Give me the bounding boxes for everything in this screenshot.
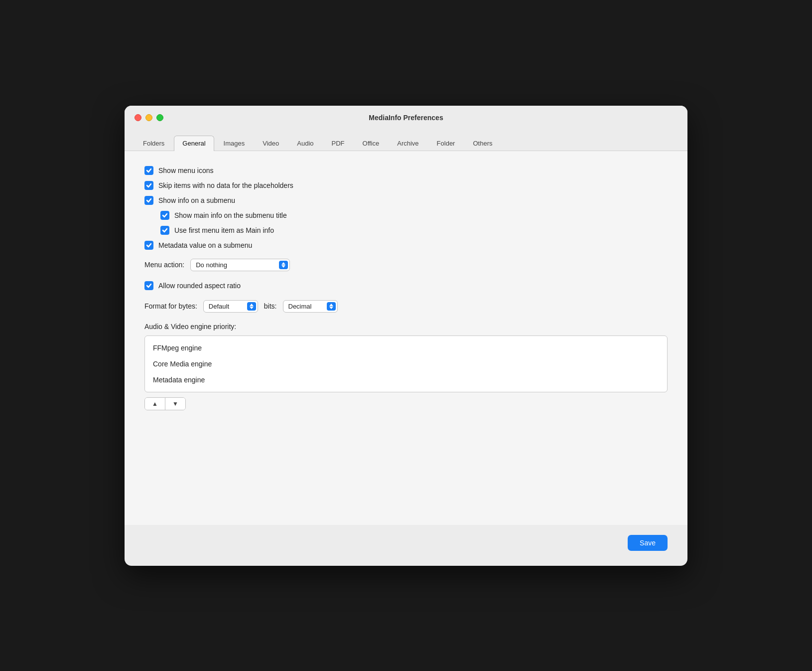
skip-items-checkbox[interactable] (144, 181, 153, 190)
use-first-menu-label: Use first menu item as Main info (174, 226, 274, 234)
menu-action-label: Menu action: (144, 261, 184, 269)
menu-action-select[interactable]: Do nothing Open Reveal in Finder Copy pa… (190, 259, 290, 271)
window-title: MediaInfo Preferences (369, 114, 443, 122)
minimize-button[interactable] (145, 114, 152, 121)
format-bytes-label: Format for bytes: (144, 302, 197, 310)
traffic-lights (135, 114, 163, 121)
move-buttons-group: ▲ ▼ (144, 397, 186, 410)
metadata-value-checkbox[interactable] (144, 241, 153, 250)
allow-rounded-label: Allow rounded aspect ratio (158, 282, 241, 290)
close-button[interactable] (135, 114, 141, 121)
tab-folders[interactable]: Folders (135, 136, 173, 151)
tab-archive[interactable]: Archive (389, 136, 427, 151)
chevron-up-icon: ▲ (152, 400, 158, 407)
show-main-info-label: Show main info on the submenu title (174, 211, 287, 219)
preferences-window: MediaInfo Preferences FoldersGeneralImag… (125, 106, 687, 566)
tab-others[interactable]: Others (464, 136, 501, 151)
titlebar: MediaInfo Preferences (125, 106, 687, 129)
bits-select[interactable]: Decimal Binary SI (283, 300, 338, 313)
engine-priority-section: Audio & Video engine priority: FFMpeg en… (144, 323, 668, 410)
tab-pdf[interactable]: PDF (323, 136, 353, 151)
show-info-submenu-label: Show info on a submenu (158, 196, 235, 204)
list-item-metadata[interactable]: Metadata engine (145, 372, 667, 388)
show-menu-icons-checkbox[interactable] (144, 166, 153, 175)
engine-list-box: FFMpeg engine Core Media engine Metadata… (144, 336, 668, 392)
chevron-down-icon: ▼ (172, 400, 178, 407)
checkboxes-section: Show menu icons Skip items with no data … (144, 166, 668, 250)
show-menu-icons-label: Show menu icons (158, 167, 214, 174)
content-area: Show menu icons Skip items with no data … (125, 151, 687, 525)
show-main-info-checkbox[interactable] (160, 211, 169, 220)
save-button[interactable]: Save (628, 535, 668, 551)
menu-action-select-wrapper: Do nothing Open Reveal in Finder Copy pa… (190, 259, 290, 271)
move-down-button[interactable]: ▼ (165, 398, 185, 410)
list-item-ffmpeg[interactable]: FFMpeg engine (145, 340, 667, 356)
tab-general[interactable]: General (174, 136, 214, 151)
bits-select-wrapper: Decimal Binary SI (283, 300, 338, 313)
skip-items-label: Skip items with no data for the placehol… (158, 181, 293, 189)
footer: Save (125, 525, 687, 551)
use-first-menu-row: Use first menu item as Main info (160, 226, 668, 235)
use-first-menu-checkbox[interactable] (160, 226, 169, 235)
engine-priority-label: Audio & Video engine priority: (144, 323, 668, 331)
bytes-select-wrapper: Default Binary SI (203, 300, 258, 313)
skip-items-row: Skip items with no data for the placehol… (144, 181, 668, 190)
tab-images[interactable]: Images (215, 136, 254, 151)
format-bytes-row: Format for bytes: Default Binary SI bits… (144, 300, 668, 313)
show-menu-icons-row: Show menu icons (144, 166, 668, 175)
tab-office[interactable]: Office (354, 136, 388, 151)
metadata-value-label: Metadata value on a submenu (158, 241, 252, 249)
menu-action-row: Menu action: Do nothing Open Reveal in F… (144, 259, 668, 271)
bytes-select[interactable]: Default Binary SI (203, 300, 258, 313)
allow-rounded-row: Allow rounded aspect ratio (144, 281, 668, 290)
tabs-bar: FoldersGeneralImagesVideoAudioPDFOfficeA… (125, 129, 687, 151)
bits-label: bits: (264, 302, 277, 310)
allow-rounded-checkbox[interactable] (144, 281, 153, 290)
tab-folder[interactable]: Folder (428, 136, 464, 151)
tab-video[interactable]: Video (254, 136, 287, 151)
list-controls: ▲ ▼ (144, 397, 668, 410)
maximize-button[interactable] (156, 114, 163, 121)
move-up-button[interactable]: ▲ (145, 398, 165, 410)
list-item-core-media[interactable]: Core Media engine (145, 356, 667, 372)
show-info-submenu-checkbox[interactable] (144, 196, 153, 205)
tab-audio[interactable]: Audio (288, 136, 322, 151)
show-main-info-row: Show main info on the submenu title (160, 211, 668, 220)
metadata-value-row: Metadata value on a submenu (144, 241, 668, 250)
show-info-submenu-row: Show info on a submenu (144, 196, 668, 205)
